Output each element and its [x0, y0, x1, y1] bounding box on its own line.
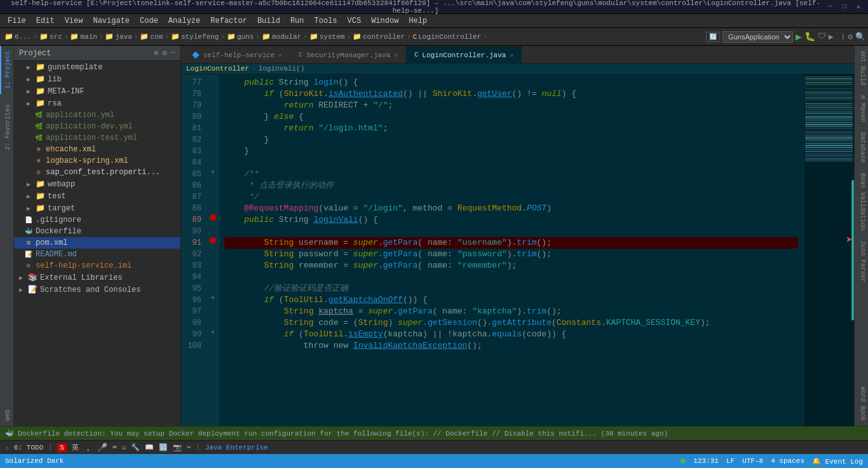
menu-tools[interactable]: Tools [309, 15, 342, 27]
tree-item-lib[interactable]: ▶ 📁 lib [14, 73, 180, 85]
file-encoding[interactable]: UTF-8 [742, 457, 763, 465]
java-enterprise-label[interactable]: Java Enterprise [205, 444, 268, 451]
tree-item-external-libs[interactable]: ▶ 📚 External Libraries [14, 272, 180, 284]
code-editor[interactable]: 77 78 79 80 81 82 83 84 85 86 87 88 89 9… [181, 74, 854, 426]
tab-json-parser[interactable]: Json Parser [855, 235, 868, 287]
ime-sogou-icon[interactable]: S [57, 443, 67, 452]
coverage-button[interactable]: 🛡 [818, 32, 826, 41]
menu-file[interactable]: File [3, 15, 31, 27]
sidebar-add-btn[interactable]: ⊕ [154, 48, 158, 58]
menu-edit[interactable]: Edit [31, 15, 60, 27]
tab-bean-validation[interactable]: Bean Validation [855, 168, 868, 235]
code-content[interactable]: public String login() { if (ShiroKit.isA… [219, 74, 803, 426]
nav-modular[interactable]: 📁modular [260, 32, 303, 41]
menu-view[interactable]: View [60, 15, 88, 27]
ime-options3[interactable]: 📷 [173, 443, 182, 451]
search-button[interactable]: 🔍 [855, 32, 865, 42]
tree-item-scratches[interactable]: ▶ 📝 Scratches and Consoles [14, 284, 180, 296]
ime-emoji[interactable]: ☺ [122, 444, 126, 451]
tree-item-readme[interactable]: 📝 README.md [14, 249, 180, 260]
ime-voice[interactable]: 🎤 [97, 443, 107, 453]
nav-logincontroller[interactable]: CLoginController [411, 33, 484, 41]
nav-ellipsis[interactable]: 📁6... [3, 32, 33, 41]
tab-database[interactable]: Database [855, 127, 868, 168]
tree-item-meta-inf[interactable]: ▶ 📁 META-INF [14, 85, 180, 97]
tree-item-ehcache-xml[interactable]: ≡ ehcache.xml [14, 144, 180, 155]
ime-lang-button[interactable]: 英 [72, 443, 79, 452]
nav-main[interactable]: 📁main [68, 32, 98, 41]
minimize-button[interactable]: ─ [826, 3, 835, 11]
bc-method[interactable]: loginVali() [259, 65, 305, 72]
tab-close-security[interactable]: ✕ [394, 52, 398, 59]
close-button[interactable]: ✕ [854, 3, 863, 11]
menu-build[interactable]: Build [252, 15, 285, 27]
nav-stylefeng[interactable]: 📁stylefeng [169, 32, 220, 41]
todo-label[interactable]: 6: TODO [14, 444, 43, 451]
settings-button[interactable]: ⚙ [848, 32, 853, 42]
nav-guns[interactable]: 📁guns [225, 32, 255, 41]
editor-breadcrumb: LoginController › loginVali() [181, 64, 854, 74]
tree-item-application-test-yml[interactable]: 🌿 application-test.yml [14, 132, 180, 144]
maximize-button[interactable]: □ [840, 3, 849, 11]
menu-navigate[interactable]: Navigate [88, 15, 135, 27]
cursor-position[interactable]: 123:31 [693, 457, 719, 465]
ime-tools[interactable]: 🔧 [131, 443, 140, 451]
tree-item-test[interactable]: ▶ 📁 test [14, 190, 180, 202]
minimap-scrollbar[interactable] [851, 180, 854, 320]
tab-ant-build[interactable]: Ant Build [855, 46, 868, 90]
menu-window[interactable]: Window [366, 15, 403, 27]
tree-item-pom-xml[interactable]: m pom.xml [14, 237, 180, 249]
ime-keyboard[interactable]: ⌨ [112, 443, 117, 451]
ime-punct[interactable]: ， [84, 442, 92, 453]
run-config-selector[interactable]: GunsApplication [722, 31, 793, 43]
tree-item-logback-xml[interactable]: ≡ logback-spring.xml [14, 155, 180, 167]
tree-item-iml[interactable]: ⚙ self-help-service.iml [14, 260, 180, 272]
tab-favorites[interactable]: 2: Favorites [0, 99, 13, 155]
menu-help[interactable]: Help [403, 15, 432, 27]
ime-options4[interactable]: ✂ [187, 443, 191, 451]
todo-badge[interactable]: ⚠ [5, 444, 9, 451]
nav-com[interactable]: 📁com [138, 32, 165, 41]
menu-refactor[interactable]: Refactor [205, 15, 252, 27]
tree-item-sap-conf[interactable]: ⚙ sap_conf_test.properti... [14, 167, 180, 178]
tree-item-rsa[interactable]: ▶ 📁 rsa [14, 97, 180, 109]
menu-vcs[interactable]: VCS [342, 15, 367, 27]
code-line-90 [224, 226, 798, 237]
tab-web[interactable]: Web [0, 404, 13, 426]
tab-login-controller[interactable]: C LoginController.java ✕ [406, 46, 522, 63]
tab-word-book[interactable]: Word Book [855, 382, 868, 426]
indent-setting[interactable]: 4 spaces [771, 457, 804, 465]
tab-project[interactable]: 1: Project [0, 46, 13, 94]
menu-code[interactable]: Code [135, 15, 163, 27]
more-run-button[interactable]: ▶ [829, 32, 834, 42]
event-log-button[interactable]: 🔔 Event Log [812, 457, 863, 465]
tree-item-application-dev-yml[interactable]: 🌿 application-dev.yml [14, 121, 180, 132]
nav-system[interactable]: 📁system [308, 32, 347, 41]
nav-src[interactable]: 📁src [37, 32, 64, 41]
tree-item-application-yml[interactable]: 🌿 application.yml [14, 109, 180, 121]
tab-close-project[interactable]: ✕ [278, 52, 282, 59]
run-button[interactable]: ▶ [796, 31, 802, 43]
tree-item-gunstemplate[interactable]: ▶ 📁 gunstemplate [14, 61, 180, 73]
tab-maven[interactable]: m Maven [855, 90, 868, 127]
tree-item-webapp[interactable]: ▶ 📁 webapp [14, 178, 180, 190]
sidebar-collapse-btn[interactable]: − [171, 48, 175, 58]
tree-item-dockerfile[interactable]: 🐳 Dockerfile [14, 226, 180, 237]
code-line-89: public String loginVali() { [224, 214, 798, 226]
menu-analyze[interactable]: Analyze [163, 15, 205, 27]
tree-item-target[interactable]: ▶ 📁 target [14, 202, 180, 214]
sidebar-settings-btn[interactable]: ⚙ [163, 48, 167, 58]
status-theme[interactable]: Solarized Dark [5, 457, 64, 465]
ime-options2[interactable]: 🔢 [159, 443, 168, 451]
bc-controller[interactable]: LoginController [186, 65, 249, 72]
tab-close-login[interactable]: ✕ [510, 52, 513, 59]
tree-item-gitignore[interactable]: 📄 .gitignore [14, 214, 180, 226]
nav-java[interactable]: 📁java [103, 32, 133, 41]
debug-button[interactable]: 🐛 [804, 31, 815, 42]
menu-run[interactable]: Run [285, 15, 309, 27]
ime-options1[interactable]: 📖 [145, 443, 154, 451]
line-ending[interactable]: LF [726, 457, 735, 465]
tab-self-help-service[interactable]: 🔷 self-help-service ✕ [184, 46, 290, 63]
nav-controller[interactable]: 📁controller [351, 32, 407, 41]
tab-security-manager[interactable]: C SecurityManager.java ✕ [290, 46, 406, 63]
